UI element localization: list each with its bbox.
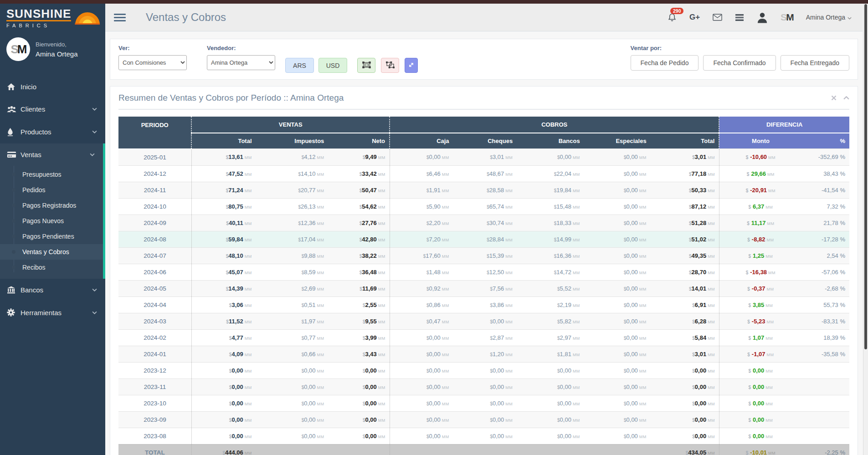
- money-value: 2,97: [560, 334, 571, 341]
- unit-suffix: MM: [765, 435, 773, 439]
- sidebar-item-presupuestos[interactable]: Presupuestos: [0, 167, 103, 182]
- unit-suffix: MM: [317, 418, 324, 423]
- unit-suffix: MM: [317, 435, 324, 439]
- scrollbar: [863, 4, 868, 455]
- cell-cobros-2: $0,00MM: [517, 378, 584, 395]
- sidebar-item-pedidos[interactable]: Pedidos: [0, 182, 103, 198]
- sidebar-item-ventas[interactable]: Ventas: [0, 143, 103, 166]
- sidebar-item-pagos-registrados[interactable]: Pagos Registrados: [0, 198, 103, 213]
- unit-suffix: MM: [708, 271, 715, 275]
- money-value: 5,84: [695, 334, 706, 341]
- ver-select[interactable]: Con Comisiones: [118, 55, 187, 70]
- cell-periodo: 2024-01: [118, 346, 191, 362]
- header-impuestos: Impuestos: [256, 133, 329, 149]
- unit-suffix: MM: [378, 254, 385, 259]
- ars-currency-button[interactable]: ARS: [285, 58, 314, 73]
- money-value: 0,00: [753, 433, 764, 440]
- chevron-down-icon: [847, 14, 852, 21]
- money-value: 15,48: [556, 203, 571, 210]
- unit-suffix: MM: [573, 221, 580, 226]
- cell-ventas-0: $71,24MM: [191, 182, 256, 198]
- menu-toggle-icon[interactable]: [114, 12, 126, 23]
- google-plus-icon[interactable]: G+: [689, 13, 700, 22]
- money-value: 0,00: [231, 433, 243, 440]
- cell-ventas-1: $0,66MM: [256, 346, 329, 362]
- sidebar-item-clientes[interactable]: Clientes: [0, 98, 105, 120]
- mail-icon[interactable]: [713, 14, 722, 21]
- unit-suffix: MM: [708, 205, 715, 210]
- close-panel-icon[interactable]: [831, 95, 837, 101]
- sidebar-item-productos[interactable]: Productos: [0, 120, 105, 143]
- unit-suffix: MM: [442, 320, 449, 324]
- expand-button[interactable]: [405, 58, 418, 73]
- money-value: 0,00: [429, 153, 440, 160]
- scrollbar-thumb[interactable]: [864, 4, 867, 349]
- sidebar-item-inicio[interactable]: Inicio: [0, 76, 105, 98]
- fecha-de-pedido-button[interactable]: Fecha de Pedido: [631, 55, 699, 71]
- cell-periodo: 2023-10: [118, 395, 191, 411]
- unit-suffix: MM: [639, 369, 647, 373]
- money-value: 2,20: [429, 220, 440, 226]
- cell-cobros-1: $0,00MM: [453, 395, 517, 411]
- unit-suffix: MM: [245, 287, 252, 291]
- group-button[interactable]: [357, 58, 375, 73]
- fecha-confirmado-button[interactable]: Fecha Confirmado: [703, 55, 776, 71]
- cell-monto: $3,85MM: [719, 297, 801, 313]
- cell-ventas-1: $0,00MM: [256, 378, 329, 395]
- cell-pct: -83,31 %: [802, 313, 849, 329]
- money-value: 2,55: [365, 302, 376, 308]
- top-strip: [0, 0, 868, 4]
- notifications-bell-icon[interactable]: 290: [668, 13, 677, 22]
- unit-suffix: MM: [245, 254, 252, 259]
- unit-suffix: MM: [442, 303, 449, 308]
- money-value: 2,87: [493, 334, 504, 341]
- sidebar-item-pagos-pendientes[interactable]: Pagos Pendientes: [0, 229, 103, 244]
- cell-ventas-1: $0,00MM: [256, 395, 329, 411]
- cell-cobros-3: $0,00MM: [584, 428, 651, 444]
- usd-currency-button[interactable]: USD: [318, 58, 347, 73]
- cell-cobros-2: $18,33MM: [517, 215, 584, 231]
- fecha-entregado-button[interactable]: Fecha Entregado: [781, 55, 849, 71]
- money-value: 0,00: [231, 400, 243, 407]
- cell-periodo: 2024-05: [118, 280, 191, 297]
- table-row: 2024-10$80,75MM$26,13MM$54,62MM$5,90MM$6…: [118, 198, 849, 215]
- money-value: 3,01: [493, 153, 504, 160]
- brand-logo[interactable]: SUNSHINE FABRICS: [0, 4, 105, 31]
- money-value: 3,99: [365, 334, 376, 341]
- cell-ventas-1: $0,00MM: [256, 428, 329, 444]
- cell-ventas-0: $3,06MM: [191, 297, 256, 313]
- list-icon[interactable]: [735, 14, 744, 21]
- ver-label: Ver:: [118, 45, 187, 51]
- money-value: 47,52: [228, 170, 243, 177]
- unit-suffix: MM: [442, 221, 449, 226]
- cell-cobros-2: $0,00MM: [517, 362, 584, 378]
- unit-suffix: MM: [765, 402, 773, 406]
- cell-periodo: 2024-12: [118, 165, 191, 182]
- user-menu[interactable]: Amina Ortega: [806, 14, 852, 21]
- ungroup-button[interactable]: [381, 58, 399, 73]
- user-silhouette-icon[interactable]: [757, 12, 768, 23]
- unit-suffix: MM: [573, 385, 580, 390]
- cell-ventas-1: $0,51MM: [256, 297, 329, 313]
- cell-ventas-0: $48,10MM: [191, 247, 256, 264]
- money-value: 0,00: [627, 236, 638, 243]
- money-value: 0,00: [695, 383, 706, 390]
- cell-cobros-4: $77,18MM: [651, 165, 719, 182]
- money-value: 0,92: [429, 285, 440, 292]
- cell-cobros-3: $0,00MM: [584, 215, 651, 231]
- sidebar-item-pagos-nuevos[interactable]: Pagos Nuevos: [0, 213, 103, 229]
- sidebar-item-ventas-y-cobros[interactable]: Ventas y Cobros: [0, 244, 103, 260]
- sidebar-item-recibos[interactable]: Recibos: [0, 260, 103, 275]
- sidebar-item-bancos[interactable]: Bancos: [0, 279, 105, 301]
- cell-ventas-0: $4,77MM: [191, 329, 256, 346]
- vendedor-select[interactable]: Amina Ortega: [207, 55, 275, 70]
- unit-suffix: MM: [378, 271, 385, 275]
- collapse-panel-icon[interactable]: [843, 96, 849, 100]
- sidebar-item-herramientas[interactable]: Herramientas: [0, 301, 105, 324]
- ventar-por-label: Ventar por:: [631, 45, 849, 51]
- card-icon: [7, 151, 21, 158]
- cell-cobros-1: $65,74MM: [453, 198, 517, 215]
- cell-cobros-1: $0,00MM: [453, 411, 517, 428]
- table-row: 2023-08$0,00MM$0,00MM$0,00MM$0,00MM$0,00…: [118, 428, 849, 444]
- currency-symbol: $: [747, 286, 750, 291]
